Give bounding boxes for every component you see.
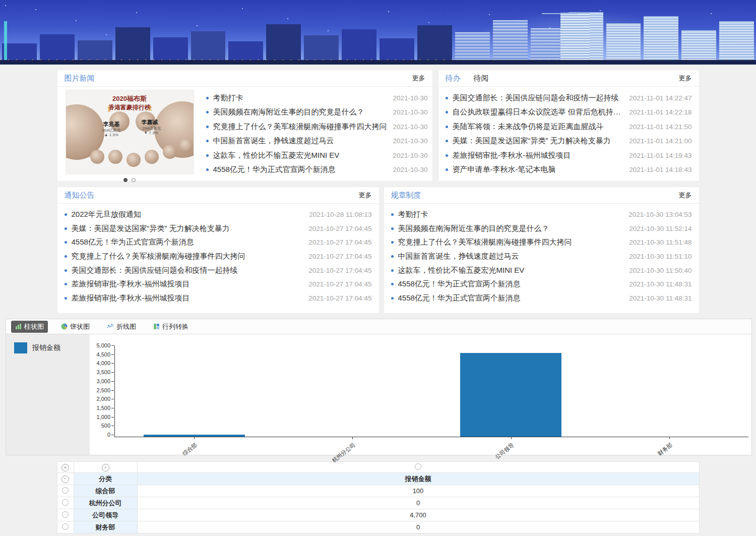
news-date: 2021-10-30 <box>387 166 428 173</box>
todo-link[interactable]: 差旅报销审批-李秋水-福州城投项目 <box>453 151 571 160</box>
todo-link[interactable]: 资产申请单-李秋水-笔记本电脑 <box>453 165 556 174</box>
y-tick-label: 3,000 <box>90 378 110 384</box>
bullet-icon <box>65 283 67 285</box>
notice-link[interactable]: 差旅报销审批-李秋水-福州城投项目 <box>72 293 190 303</box>
list-item: 4558亿元！华为正式官宣两个新消息2021-10-27 17:04:45 <box>65 235 372 250</box>
bars-container <box>115 347 748 437</box>
bullet-icon <box>391 297 394 300</box>
notice-date: 2021-10-27 17:04:45 <box>302 267 371 274</box>
category-cell: 财务部 <box>74 521 137 533</box>
bullet-icon <box>65 213 67 216</box>
rule-date: 2021-10-30 11:48:31 <box>623 294 691 302</box>
transpose-button[interactable]: 行列转换 <box>149 321 193 333</box>
bar-chart-button[interactable]: 柱状图 <box>11 321 48 333</box>
list-item: 美国频频在南海附近生事的目的究竟是什么？2021-10-30 11:52:14 <box>391 222 692 236</box>
chart-legend-panel: 报销金额 <box>6 334 90 455</box>
carousel-dot[interactable] <box>132 178 136 182</box>
table-row: 公司领导 4,700 <box>57 509 699 521</box>
list-item: 4558亿元！华为正式官宣两个新消息2021-10-30 <box>206 163 428 177</box>
y-tick-label: 3,500 <box>90 369 110 375</box>
row-radio[interactable] <box>62 511 69 518</box>
notice-link[interactable]: 美国交通部长：美国供应链问题会和疫情一起持续 <box>72 266 238 275</box>
news-link[interactable]: 中国新首富诞生，挣钱速度超过马云 <box>213 136 334 146</box>
row-radio[interactable] <box>62 487 69 494</box>
pie-chart-button[interactable]: 饼状图 <box>57 321 94 333</box>
news-link[interactable]: 究竟撞上了什么？美军核潜艇南海碰撞事件四大拷问 <box>213 122 387 132</box>
list-item: 美媒：美国是发达国家“异类” 无力解决枪支暴力2021-10-27 17:04:… <box>65 222 372 236</box>
tab-to-read[interactable]: 待阅 <box>474 70 489 86</box>
picture-news-list: 考勤打卡2021-10-30 美国频频在南海附近生事的目的究竟是什么？2021-… <box>194 90 428 182</box>
todo-link[interactable]: 自公执政联盟赢得日本众议院选举 但背后危机持续? <box>453 107 623 117</box>
rules-more-link[interactable]: 更多 <box>679 187 692 203</box>
carousel-dot-active[interactable] <box>123 178 128 182</box>
rules-title[interactable]: 规章制度 <box>391 187 421 203</box>
rule-link[interactable]: 4558亿元！华为正式官宣两个新消息 <box>398 279 521 289</box>
rule-link[interactable]: 中国新首富诞生，挣钱速度超过马云 <box>398 252 519 261</box>
notice-title[interactable]: 通知公告 <box>65 187 95 203</box>
rule-link[interactable]: 这款车，性价比不输五菱宏光MINI EV <box>398 266 525 275</box>
bullet-icon <box>206 126 209 128</box>
legend-swatch <box>14 342 27 353</box>
rule-link[interactable]: 考勤打卡 <box>398 210 428 219</box>
news-link[interactable]: 这款车，性价比不输五菱宏光MINI EV <box>213 151 340 160</box>
chart-plot-area: 05001,0001,5002,0002,5003,0003,5004,0004… <box>90 334 751 455</box>
list-item: 考勤打卡2021-10-30 13:04:53 <box>391 208 692 222</box>
portrait-photo <box>90 150 104 164</box>
todo-more-link[interactable]: 更多 <box>679 70 692 86</box>
table-row: 杭州分公司 0 <box>57 497 699 509</box>
bar-gongsilingdao[interactable] <box>460 353 561 437</box>
city-skyline-banner <box>0 0 756 65</box>
picture-news-title[interactable]: 图片新闻 <box>65 70 95 86</box>
notice-link[interactable]: 差旅报销审批-李秋水-福州城投项目 <box>72 279 190 289</box>
rule-link[interactable]: 4558亿元！华为正式官宣两个新消息 <box>398 293 521 303</box>
chevron-down-icon[interactable] <box>61 475 69 483</box>
carousel-headline: 2020福布斯 <box>66 94 194 103</box>
tab-todo[interactable]: 待办 <box>446 70 461 86</box>
list-item: 资产申请单-李秋水-笔记本电脑2021-11-01 14:18:43 <box>446 163 692 177</box>
y-tick-label: 2,500 <box>90 387 110 393</box>
news-carousel[interactable]: 2020福布斯 香港富豪排行榜 1 李 <box>66 90 194 182</box>
legend-item[interactable]: 报销金额 <box>14 342 90 353</box>
column-radio[interactable] <box>415 463 421 470</box>
todo-link[interactable]: 美陆军将领：未来战争仍将是近距离血腥战斗 <box>453 122 604 132</box>
portrait-photo <box>127 153 141 167</box>
todo-link[interactable]: 美国交通部长：美国供应链问题会和疫情一起持续 <box>453 93 619 103</box>
list-item: 美陆军将领：未来战争仍将是近距离血腥战斗2021-11-01 14:21:50 <box>446 120 692 134</box>
category-cell: 综合部 <box>74 485 137 497</box>
notice-link[interactable]: 究竟撞上了什么？美军核潜艇南海碰撞事件四大拷问 <box>72 252 245 261</box>
x-label: 综合部 <box>181 441 199 457</box>
line-chart-icon <box>107 323 114 330</box>
rule-link[interactable]: 美国频频在南海附近生事的目的究竟是什么？ <box>398 224 549 233</box>
list-item: 中国新首富诞生，挣钱速度超过马云2021-10-30 11:51:10 <box>391 250 692 264</box>
notice-link[interactable]: 美媒：美国是发达国家“异类” 无力解决枪支暴力 <box>72 224 230 233</box>
news-date: 2021-10-30 <box>387 152 428 159</box>
notice-more-link[interactable]: 更多 <box>359 187 372 203</box>
notice-link[interactable]: 2022年元旦放假通知 <box>72 210 141 219</box>
portrait-photo <box>145 150 159 164</box>
category-cell: 杭州分公司 <box>74 497 137 509</box>
picture-news-more-link[interactable]: 更多 <box>412 70 425 86</box>
list-item: 这款车，性价比不输五菱宏光MINI EV2021-10-30 <box>206 148 428 163</box>
news-link[interactable]: 考勤打卡 <box>213 93 243 103</box>
notice-link[interactable]: 4558亿元！华为正式官宣两个新消息 <box>72 237 194 247</box>
news-link[interactable]: 4558亿元！华为正式官宣两个新消息 <box>213 165 336 174</box>
x-label: 财务部 <box>656 441 674 457</box>
row-radio[interactable] <box>62 499 69 506</box>
bullet-icon <box>391 283 394 285</box>
x-axis-line <box>114 437 748 437</box>
bullet-icon <box>65 227 67 230</box>
banner-crane <box>542 13 577 14</box>
rule-link[interactable]: 究竟撞上了什么？美军核潜艇南海碰撞事件四大拷问 <box>398 237 572 247</box>
row-radio[interactable] <box>62 523 69 530</box>
line-chart-button[interactable]: 折线图 <box>103 321 140 333</box>
list-item: 4558亿元！华为正式官宣两个新消息2021-10-30 11:48:31 <box>391 277 692 291</box>
todo-link[interactable]: 美媒：美国是发达国家“异类” 无力解决枪支暴力 <box>453 136 611 146</box>
news-link[interactable]: 美国频频在南海附近生事的目的究竟是什么？ <box>213 107 364 117</box>
carousel-image-rich-list[interactable]: 2020福布斯 香港富豪排行榜 1 李 <box>66 90 194 174</box>
bullet-icon <box>391 269 394 272</box>
portrait-photo <box>163 145 177 159</box>
chevron-right-icon[interactable] <box>102 464 109 471</box>
list-item: 究竟撞上了什么？美军核潜艇南海碰撞事件四大拷问2021-10-30 <box>206 120 428 134</box>
expand-plus-icon[interactable] <box>61 464 69 471</box>
todo-date: 2021-11-01 14:22:18 <box>623 108 691 116</box>
